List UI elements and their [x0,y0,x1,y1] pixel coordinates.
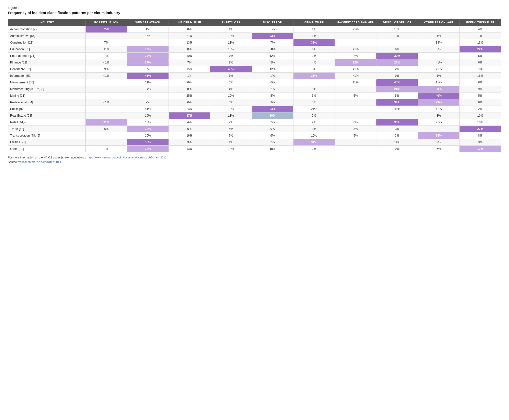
cell-cyber: 11% [418,79,460,86]
cell-crime: 3% [293,99,335,106]
cell-crime: 33% [293,39,335,46]
cell-web: 1% [127,26,169,33]
header-cyber: CYBER ESPION- AGE [418,19,460,26]
cell-denial: 9% [376,73,418,79]
data-table: INDUSTRY POS INTRUS- ION WEB APP ATTACK … [8,19,501,152]
cell-denial [376,39,418,46]
cell-crime: 2% [293,119,335,126]
cell-crime: 9% [293,86,335,93]
cell-insider: 27% [169,33,210,39]
industry-cell: Other [81] [8,146,86,152]
cell-crime: 21% [293,106,335,112]
cell-cyber: <1% [418,59,460,66]
cell-insider: 16% [169,132,210,139]
cell-web: 15% [127,132,169,139]
cell-pos [86,93,127,99]
cell-insider: 1% [169,73,210,79]
cell-crime [293,79,335,86]
cell-denial: 6% [376,46,418,53]
cell-everything: 13% [460,39,501,46]
cell-insider: 10% [169,53,210,59]
cell-misc: 5% [252,59,293,66]
cell-denial: 37% [376,99,418,106]
cell-theft: 12% [210,33,252,39]
cell-everything: 10% [460,66,501,73]
table-row: Information [51]<1%41%1%1%1%31%<1%9%1%16… [8,73,501,79]
industry-cell: Entertainment [71] [8,53,86,59]
table-row: Retail [44,45]31%10%4%2%2%2%6%33%<1%10% [8,119,501,126]
cell-denial: 1% [376,33,418,39]
cell-cyber: 3% [418,112,460,119]
cell-insider: 13% [169,146,210,152]
cell-cyber: 7% [418,139,460,146]
cell-crime: 2% [293,53,335,59]
footnote-text1: For more information on the NAICS codes … [8,156,87,159]
cell-everything: 22% [460,46,501,53]
cell-theft: 6% [210,126,252,132]
cell-everything: 6% [460,59,501,66]
cell-payment: <1% [335,66,376,73]
cell-denial: 24% [376,86,418,93]
cell-cyber: 2% [418,46,460,53]
cell-denial: 14% [376,139,418,146]
cell-everything: 3% [460,139,501,146]
cell-theft: 7% [210,53,252,59]
header-theft: THEFT/ LOSS [210,19,252,26]
industry-cell: Administrative [56] [8,33,86,39]
cell-cyber: <1% [418,119,460,126]
footnote-link1[interactable]: https://www.census.gov/cgi-bin/sssd/naic… [87,156,167,159]
cell-web: 9% [127,99,169,106]
cell-pos [86,79,127,86]
cell-crime: 6% [293,46,335,53]
cell-pos: 75% [86,26,127,33]
cell-denial [376,112,418,119]
industry-cell: Education [61] [8,46,86,53]
cell-misc: 43% [252,33,293,39]
cell-crime: 1% [293,26,335,33]
cell-denial: 3% [376,132,418,139]
table-row: Education [61]<1%19%8%15%20%6%<1%6%2%22% [8,46,501,53]
cell-pos: <1% [86,73,127,79]
figure-title: Frequency of incident classification pat… [8,11,501,15]
cell-everything: 5% [460,53,501,59]
cell-web: 41% [127,73,169,79]
cell-everything: 2% [460,106,501,112]
cell-insider: 37% [169,112,210,119]
cell-payment: <1% [335,26,376,33]
cell-pos [86,139,127,146]
cell-crime: 3% [293,66,335,73]
cell-misc: 5% [252,93,293,99]
cell-web: <1% [127,106,169,112]
cell-denial: 3% [376,126,418,132]
cell-theft: 19% [210,106,252,112]
cell-web: 3% [127,66,169,73]
cell-payment: 3% [335,126,376,132]
footnote-link2[interactable]: verizonenterprise.com/DBIR/2014 [18,160,61,163]
cell-web: 8% [127,33,169,39]
cell-pos: <1% [86,99,127,106]
cell-theft: 4% [210,86,252,93]
cell-cyber: 6% [418,146,460,152]
cell-pos [86,33,127,39]
cell-crime: 9% [293,126,335,132]
industry-cell: Utilities [22] [8,139,86,146]
cell-everything: 5% [460,93,501,99]
cell-web: 30% [127,126,169,132]
cell-theft: 15% [210,46,252,53]
cell-cyber [418,53,460,59]
cell-pos: 7% [86,39,127,46]
cell-insider: 6% [169,79,210,86]
table-row: Healthcare [62]9%3%15%46%12%3%<1%2%<1%10… [8,66,501,73]
cell-everything: 16% [460,73,501,79]
cell-pos [86,86,127,93]
industry-cell: Manufacturing [31,32,33] [8,86,86,93]
cell-insider: 15% [169,66,210,73]
cell-crime: 1% [293,33,335,39]
cell-web: 29% [127,146,169,152]
figure-label: Figure 19. [8,6,501,10]
header-payment: PAYMENT CARD SKIMMER [335,19,376,26]
cell-pos: 31% [86,119,127,126]
header-misc: MISC. ERROR [252,19,293,26]
industry-cell: Professional [54] [8,99,86,106]
cell-misc: 34% [252,106,293,112]
